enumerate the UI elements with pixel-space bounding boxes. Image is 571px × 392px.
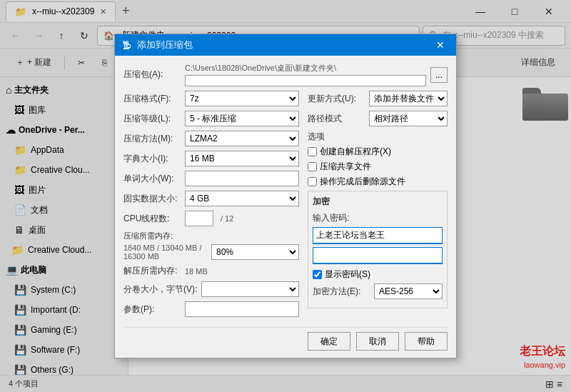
wordsize-row: 单词大小(W):: [123, 171, 299, 186]
method-select[interactable]: LZMA2: [185, 131, 299, 146]
dialog-left-col: 压缩格式(F): 7z 压缩等级(L): 5 - 标准压缩: [123, 91, 299, 321]
password-input[interactable]: [313, 227, 443, 244]
cpu-row: CPU线程数: / 12: [123, 211, 299, 226]
level-select[interactable]: 5 - 标准压缩: [185, 111, 299, 126]
encrypt-method-label: 加密方法(E):: [313, 286, 370, 298]
filename-input[interactable]: [185, 75, 426, 86]
cpu-input[interactable]: [185, 211, 213, 226]
mem-label: 压缩所需内存:: [123, 231, 299, 241]
encrypt-method-select[interactable]: AES-256: [374, 283, 443, 299]
dialog-close-btn[interactable]: ✕: [432, 36, 449, 54]
opt2-label: 压缩共享文件: [320, 161, 371, 173]
opt1-checkbox[interactable]: [308, 147, 317, 156]
solid-row: 固实数据大小: 4 GB: [123, 191, 299, 206]
mem-pct-select[interactable]: 80%: [211, 244, 299, 260]
path-label: 压缩包(A):: [123, 69, 181, 81]
cpu-label: CPU线程数:: [123, 213, 181, 225]
update-row: 更新方式(U): 添加并替换文件: [308, 91, 448, 106]
help-btn[interactable]: 帮助: [405, 332, 448, 351]
path-row: 压缩包(A): C:\Users\18028\OneDrive\桌面\新建文件夹…: [123, 63, 448, 86]
dialog-buttons: 确定 取消 帮助: [123, 327, 448, 351]
watermark: 老王论坛 laowang.vip: [520, 343, 565, 371]
show-pass-row: 显示密码(S): [313, 268, 443, 281]
dialog-right-col: 更新方式(U): 添加并替换文件 路径模式 相对路径 选项: [308, 91, 448, 321]
method-label: 压缩方法(M):: [123, 133, 181, 145]
browse-btn[interactable]: ...: [430, 67, 448, 83]
dict-row: 字典大小(I): 16 MB: [123, 151, 299, 166]
pathmode-label: 路径模式: [308, 113, 365, 125]
dialog-overlay: 🗜 添加到压缩包 ✕ 压缩包(A): C:\Users\18028\OneDri…: [0, 0, 571, 392]
options-title: 选项: [308, 131, 448, 143]
update-select[interactable]: 添加并替换文件: [369, 91, 448, 106]
encrypt-method-row: 加密方法(E): AES-256: [313, 283, 443, 299]
show-pass-label: 显示密码(S): [325, 268, 370, 281]
show-pass-checkbox[interactable]: [313, 270, 322, 279]
pathmode-row: 路径模式 相对路径: [308, 111, 448, 126]
dialog-two-col: 压缩格式(F): 7z 压缩等级(L): 5 - 标准压缩: [123, 91, 448, 321]
format-label: 压缩格式(F):: [123, 93, 181, 105]
mem-row: 1840 MB / 13040 MB / 16300 MB 80%: [123, 243, 299, 261]
password-label: 输入密码:: [313, 212, 443, 224]
params-row: 参数(P):: [123, 301, 299, 317]
split-row: 分卷大小，字节(V):: [123, 281, 299, 297]
level-row: 压缩等级(L): 5 - 标准压缩: [123, 111, 299, 126]
watermark-line2: laowang.vip: [520, 360, 565, 371]
dict-label: 字典大小(I):: [123, 153, 181, 165]
solid-select[interactable]: 4 GB: [185, 191, 299, 206]
params-input[interactable]: [185, 301, 299, 317]
dialog-title: 添加到压缩包: [137, 39, 193, 51]
opt3-checkbox[interactable]: [308, 177, 317, 186]
wordsize-input[interactable]: [185, 171, 299, 186]
wordsize-label: 单词大小(W):: [123, 173, 181, 185]
pathmode-select[interactable]: 相对路径: [369, 111, 448, 126]
confirm-password-input[interactable]: [313, 247, 443, 264]
solid-label: 固实数据大小:: [123, 193, 181, 205]
decomp-value: 18 MB: [185, 267, 208, 276]
opt1-row: 创建自解压程序(X): [308, 146, 448, 158]
opt2-checkbox[interactable]: [308, 162, 317, 171]
watermark-line1: 老王论坛: [520, 343, 565, 359]
update-label: 更新方式(U):: [308, 93, 365, 105]
encrypt-section: 加密 输入密码: 显示密码(S) 加密方法(E):: [308, 191, 448, 308]
dialog-title-bar: 🗜 添加到压缩包 ✕: [115, 34, 456, 56]
path-display: C:\Users\18028\OneDrive\桌面\新建文件夹\: [185, 63, 426, 74]
opt3-row: 操作完成后删除源文件: [308, 176, 448, 188]
compress-dialog: 🗜 添加到压缩包 ✕ 压缩包(A): C:\Users\18028\OneDri…: [114, 34, 457, 358]
method-row: 压缩方法(M): LZMA2: [123, 131, 299, 146]
split-label: 分卷大小，字节(V):: [123, 283, 197, 296]
opt1-label: 创建自解压程序(X): [320, 146, 391, 158]
cpu-max: / 12: [221, 214, 233, 223]
params-label: 参数(P):: [123, 303, 181, 316]
cancel-btn[interactable]: 取消: [356, 332, 399, 351]
level-label: 压缩等级(L):: [123, 113, 181, 125]
opt2-row: 压缩共享文件: [308, 161, 448, 173]
encrypt-title: 加密: [313, 196, 443, 208]
split-select[interactable]: [201, 281, 299, 297]
dialog-title-icon: 🗜: [122, 40, 131, 51]
dict-select[interactable]: 16 MB: [185, 151, 299, 166]
opt3-label: 操作完成后删除源文件: [320, 176, 405, 188]
mem-value: 1840 MB / 13040 MB / 16300 MB: [123, 243, 207, 261]
format-select[interactable]: 7z: [185, 91, 299, 106]
decomp-row: 解压所需内存: 18 MB: [123, 265, 299, 277]
ok-btn[interactable]: 确定: [308, 332, 350, 351]
dialog-content: 压缩包(A): C:\Users\18028\OneDrive\桌面\新建文件夹…: [115, 56, 456, 358]
format-row: 压缩格式(F): 7z: [123, 91, 299, 106]
decomp-label: 解压所需内存:: [123, 265, 181, 277]
